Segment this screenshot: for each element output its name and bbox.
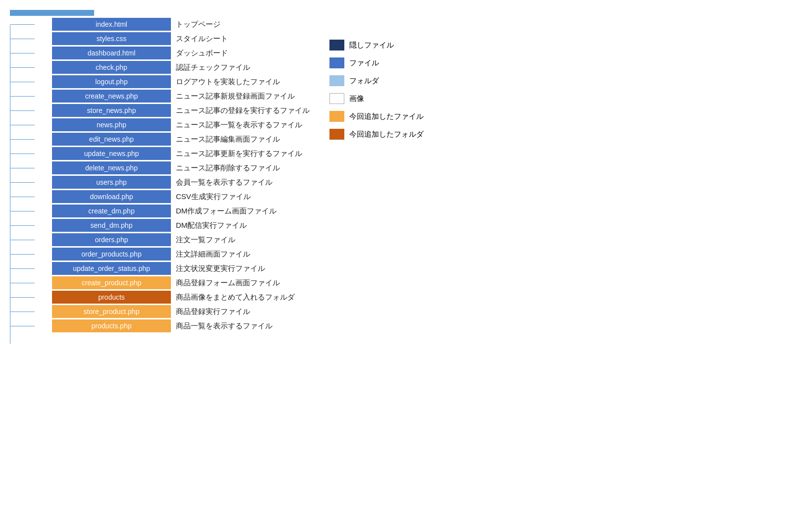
legend-box [329,93,344,104]
tree-row: store_news.phpニュース記事の登録を実行するファイル [52,104,310,117]
file-desc: 注文詳細画面ファイル [176,250,250,259]
h-connector [10,139,35,140]
file-desc: 商品一覧を表示するファイル [176,321,272,331]
tree-row: dashboard.htmlダッシュボード [52,47,310,59]
file-label: products.php [52,319,171,332]
h-connector [10,197,35,197]
file-label: check.php [52,61,171,74]
legend-label: 今回追加したファイル [349,112,424,121]
file-label: styles.css [52,32,171,45]
file-label: store_product.php [52,305,171,318]
file-label: index.html [52,18,171,31]
file-desc: トップページ [176,20,220,29]
tree-row: news.phpニュース記事一覧を表示するファイル [52,118,310,131]
file-label: order_products.php [52,248,171,261]
tree-row: create_dm.phpDM作成フォーム画面ファイル [52,205,310,217]
h-connector [10,154,35,154]
file-desc: ニュース記事の登録を実行するファイル [176,106,310,115]
file-desc: 会員一覧を表示するファイル [176,178,272,187]
root-node [10,10,310,16]
h-connector [10,182,35,183]
file-desc: 認証チェックファイル [176,63,250,72]
tree-row: order_products.php注文詳細画面ファイル [52,248,310,261]
file-desc: 商品画像をまとめて入れるフォルダ [176,293,295,302]
h-connector [10,211,35,211]
tree-row: store_product.php商品登録実行ファイル [52,305,310,318]
tree-row: update_news.phpニュース記事更新を実行するファイル [52,147,310,160]
file-desc: ダッシュボード [176,49,228,58]
h-connector [10,53,35,53]
file-label: orders.php [52,233,171,246]
tree-row: styles.cssスタイルシート [52,32,310,45]
file-desc: ニュース記事新規登録画面ファイル [176,92,295,101]
tree-row: orders.php注文一覧ファイル [52,233,310,246]
file-label: logout.php [52,75,171,88]
legend-box [329,129,344,140]
legend-item: 隠しファイル [329,40,429,51]
file-label: send_dm.php [52,219,171,232]
main-container: index.htmlトップページstyles.cssスタイルシートdashboa… [10,10,802,334]
tree-row: products.php商品一覧を表示するファイル [52,319,310,332]
legend-box [329,111,344,122]
file-desc: DM作成フォーム画面ファイル [176,207,276,216]
tree-row: create_news.phpニュース記事新規登録画面ファイル [52,90,310,103]
h-connector [10,312,35,312]
tree-row: check.php認証チェックファイル [52,61,310,74]
file-label: update_news.php [52,147,171,160]
tree-row: delete_news.phpニュース記事削除するファイル [52,161,310,174]
legend-label: 隠しファイル [349,41,394,50]
tree-area: index.htmlトップページstyles.cssスタイルシートdashboa… [10,10,310,334]
h-connector [10,254,35,255]
h-connector [10,82,35,82]
tree-row: update_order_status.php注文状況変更実行ファイル [52,262,310,275]
file-label: create_product.php [52,276,171,289]
legend-label: ファイル [349,58,379,68]
tree-row: users.php会員一覧を表示するファイル [52,176,310,189]
file-desc: 注文一覧ファイル [176,235,235,245]
tree-row: edit_news.phpニュース記事編集画面ファイル [52,133,310,146]
file-desc: DM配信実行ファイル [176,221,247,230]
file-label: users.php [52,176,171,189]
h-connector [10,67,35,68]
legend-item: ファイル [329,57,429,68]
tree-row: products商品画像をまとめて入れるフォルダ [52,291,310,304]
file-label: edit_news.php [52,133,171,146]
file-label: dashboard.html [52,47,171,59]
tree-row: create_product.php商品登録フォーム画面ファイル [52,276,310,289]
legend-box [329,75,344,86]
h-connector [10,225,35,226]
h-connector [10,125,35,125]
legend-label: 画像 [349,94,364,104]
file-label: create_news.php [52,90,171,103]
file-label: create_dm.php [52,205,171,217]
file-desc: ログアウトを実装したファイル [176,77,280,87]
file-desc: ニュース記事削除するファイル [176,163,280,173]
file-label: delete_news.php [52,161,171,174]
root-label [10,10,94,16]
h-connector [10,24,35,25]
legend-label: フォルダ [349,76,379,86]
h-connector [10,110,35,111]
h-connector [10,240,35,240]
h-connector [10,283,35,283]
legend-box [329,57,344,68]
legend-item: 今回追加したファイル [329,111,429,122]
file-label: products [52,291,171,304]
file-desc: ニュース記事更新を実行するファイル [176,149,302,158]
legend-label: 今回追加したフォルダ [349,130,424,139]
legend-item: 画像 [329,93,429,104]
file-desc: ニュース記事編集画面ファイル [176,135,280,144]
h-connector [10,326,35,326]
legend-box [329,40,344,51]
file-desc: CSV生成実行ファイル [176,192,251,202]
file-desc: 商品登録実行ファイル [176,307,250,316]
file-label: update_order_status.php [52,262,171,275]
file-desc: 商品登録フォーム画面ファイル [176,278,280,288]
file-label: download.php [52,190,171,203]
legend-item: フォルダ [329,75,429,86]
file-desc: ニュース記事一覧を表示するファイル [176,120,302,130]
tree-row: download.phpCSV生成実行ファイル [52,190,310,203]
h-connector [10,39,35,39]
file-label: store_news.php [52,104,171,117]
legend-item: 今回追加したフォルダ [329,129,429,140]
